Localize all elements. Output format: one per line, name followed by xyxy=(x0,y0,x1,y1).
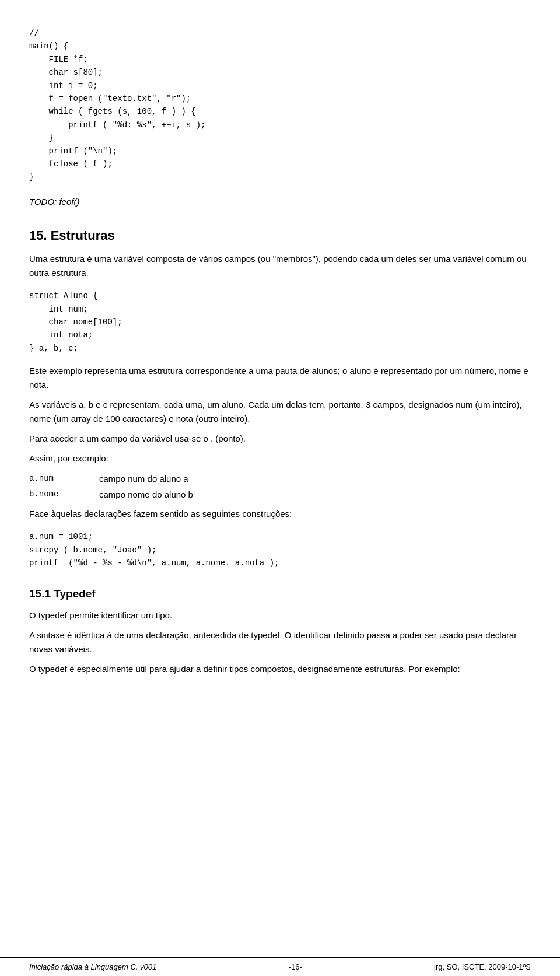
main-content: // main() { FILE *f; char s[80]; int i =… xyxy=(29,27,531,676)
fields-table: a.numcampo num do aluno ab.nomecampo nom… xyxy=(29,471,216,502)
field-desc: campo num do aluno a xyxy=(99,471,216,487)
section-15-heading: 15. Estruturas xyxy=(29,226,531,245)
section-151-para3: O typedef é especialmente útil para ajud… xyxy=(29,662,531,676)
field-code: b.nome xyxy=(29,487,99,503)
code-block-example: a.num = 1001; strcpy ( b.nome, "Joao" );… xyxy=(29,530,531,569)
explanation-3: Para aceder a um campo da variável usa-s… xyxy=(29,432,531,446)
explanation-1: Este exemplo representa uma estrutura co… xyxy=(29,364,531,392)
todo-text: TODO: feof() xyxy=(29,195,531,209)
explanation-2: As variáveis a, b e c representam, cada … xyxy=(29,398,531,426)
field-row: a.numcampo num do aluno a xyxy=(29,471,216,487)
section-151-heading: 15.1 Typedef xyxy=(29,586,531,603)
field-row: b.nomecampo nome do aluno b xyxy=(29,487,216,503)
explanation-4: Assim, por exemplo: xyxy=(29,452,531,466)
section-151-para1: O typedef permite identificar um tipo. xyxy=(29,608,531,622)
code-block-struct: struct Aluno { int num; char nome[100]; … xyxy=(29,289,531,355)
code-block-main: // main() { FILE *f; char s[80]; int i =… xyxy=(29,27,531,184)
explanation-5: Face àquelas declarações fazem sentido a… xyxy=(29,507,531,521)
section-151-para2: A sintaxe é idêntica à de uma declaração… xyxy=(29,628,531,656)
section-15-intro: Uma estrutura é uma variável composta de… xyxy=(29,252,531,280)
field-desc: campo nome do aluno b xyxy=(99,487,216,503)
field-code: a.num xyxy=(29,471,99,487)
